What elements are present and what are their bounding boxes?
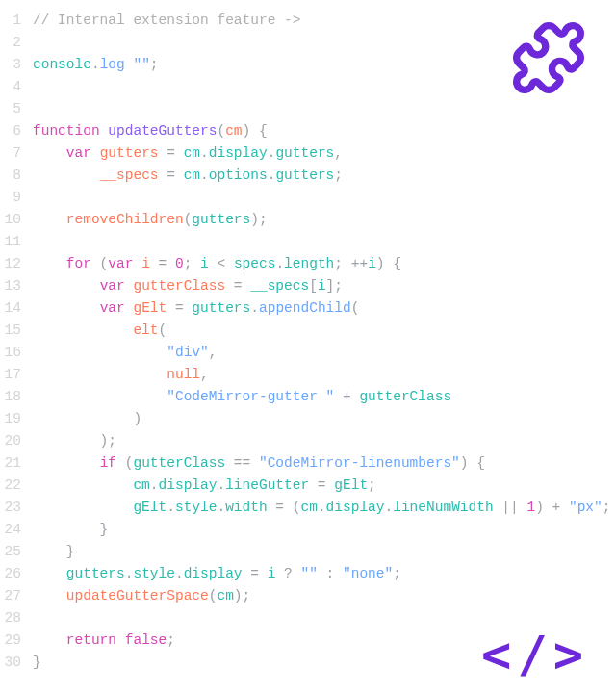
code-content[interactable]: ); bbox=[33, 430, 616, 452]
code-line[interactable]: 23 gElt.style.width = (cm.display.lineNu… bbox=[0, 497, 616, 519]
line-number: 24 bbox=[0, 519, 33, 541]
code-content[interactable]: removeChildren(gutters); bbox=[33, 209, 616, 231]
code-line[interactable]: 24 } bbox=[0, 519, 616, 541]
code-line[interactable]: 27 updateGutterSpace(cm); bbox=[0, 585, 616, 607]
code-content[interactable]: "div", bbox=[33, 342, 616, 364]
line-number: 20 bbox=[0, 430, 33, 452]
code-line[interactable]: 8 __specs = cm.options.gutters; bbox=[0, 165, 616, 187]
line-number: 16 bbox=[0, 342, 33, 364]
line-number: 17 bbox=[0, 364, 33, 386]
line-number: 11 bbox=[0, 231, 33, 253]
line-number: 4 bbox=[0, 76, 33, 98]
code-content[interactable]: } bbox=[33, 519, 616, 541]
line-number: 22 bbox=[0, 475, 33, 497]
line-number: 13 bbox=[0, 275, 33, 297]
code-content[interactable]: "CodeMirror-gutter " + gutterClass bbox=[33, 386, 616, 408]
code-line[interactable]: 20 ); bbox=[0, 430, 616, 452]
code-content[interactable]: updateGutterSpace(cm); bbox=[33, 585, 616, 607]
code-line[interactable]: 19 ) bbox=[0, 408, 616, 430]
code-line[interactable]: 9 bbox=[0, 187, 616, 209]
code-content[interactable]: } bbox=[33, 541, 616, 563]
line-number: 1 bbox=[0, 10, 33, 32]
code-line[interactable]: 13 var gutterClass = __specs[i]; bbox=[0, 275, 616, 297]
code-line[interactable]: 22 cm.display.lineGutter = gElt; bbox=[0, 475, 616, 497]
line-number: 19 bbox=[0, 408, 33, 430]
line-number: 27 bbox=[0, 585, 33, 607]
code-line[interactable]: 21 if (gutterClass == "CodeMirror-linenu… bbox=[0, 452, 616, 475]
code-line[interactable]: 25 } bbox=[0, 541, 616, 563]
line-number: 26 bbox=[0, 563, 33, 585]
code-angle-icon: </> bbox=[481, 644, 589, 666]
code-content[interactable]: elt( bbox=[33, 320, 616, 342]
code-line[interactable]: 17 null, bbox=[0, 364, 616, 386]
line-number: 23 bbox=[0, 497, 33, 519]
code-line[interactable]: 12 for (var i = 0; i < specs.length; ++i… bbox=[0, 253, 616, 275]
line-number: 14 bbox=[0, 297, 33, 320]
line-number: 10 bbox=[0, 209, 33, 231]
code-content[interactable]: __specs = cm.options.gutters; bbox=[33, 165, 616, 187]
code-content[interactable]: var gutters = cm.display.gutters, bbox=[33, 142, 616, 165]
line-number: 3 bbox=[0, 54, 33, 76]
code-line[interactable]: 16 "div", bbox=[0, 342, 616, 364]
code-content[interactable]: var gElt = gutters.appendChild( bbox=[33, 297, 616, 320]
code-content[interactable]: function updateGutters(cm) { bbox=[33, 120, 616, 142]
line-number: 9 bbox=[0, 187, 33, 209]
line-number: 15 bbox=[0, 320, 33, 342]
code-line[interactable]: 7 var gutters = cm.display.gutters, bbox=[0, 142, 616, 165]
code-line[interactable]: 6function updateGutters(cm) { bbox=[0, 120, 616, 142]
code-line[interactable]: 11 bbox=[0, 231, 616, 253]
code-line[interactable]: 14 var gElt = gutters.appendChild( bbox=[0, 297, 616, 320]
code-line[interactable]: 26 gutters.style.display = i ? "" : "non… bbox=[0, 563, 616, 585]
code-content[interactable]: ) bbox=[33, 408, 616, 430]
line-number: 29 bbox=[0, 629, 33, 652]
code-line[interactable]: 10 removeChildren(gutters); bbox=[0, 209, 616, 231]
line-number: 21 bbox=[0, 452, 33, 475]
code-content[interactable]: cm.display.lineGutter = gElt; bbox=[33, 475, 616, 497]
line-number: 8 bbox=[0, 165, 33, 187]
code-content[interactable] bbox=[33, 231, 616, 253]
line-number: 7 bbox=[0, 142, 33, 165]
code-content[interactable]: gElt.style.width = (cm.display.lineNumWi… bbox=[33, 497, 616, 519]
line-number: 5 bbox=[0, 98, 33, 120]
code-content[interactable]: if (gutterClass == "CodeMirror-linenumbe… bbox=[33, 452, 616, 475]
code-content[interactable]: null, bbox=[33, 364, 616, 386]
line-number: 18 bbox=[0, 386, 33, 408]
line-number: 30 bbox=[0, 652, 33, 674]
code-line[interactable]: 15 elt( bbox=[0, 320, 616, 342]
line-number: 12 bbox=[0, 253, 33, 275]
line-number: 28 bbox=[0, 607, 33, 629]
line-number: 25 bbox=[0, 541, 33, 563]
code-line[interactable]: 18 "CodeMirror-gutter " + gutterClass bbox=[0, 386, 616, 408]
code-content[interactable]: gutters.style.display = i ? "" : "none"; bbox=[33, 563, 616, 585]
line-number: 6 bbox=[0, 120, 33, 142]
puzzle-icon bbox=[510, 19, 587, 104]
code-content[interactable]: for (var i = 0; i < specs.length; ++i) { bbox=[33, 253, 616, 275]
code-content[interactable] bbox=[33, 187, 616, 209]
code-content[interactable]: var gutterClass = __specs[i]; bbox=[33, 275, 616, 297]
line-number: 2 bbox=[0, 32, 33, 54]
